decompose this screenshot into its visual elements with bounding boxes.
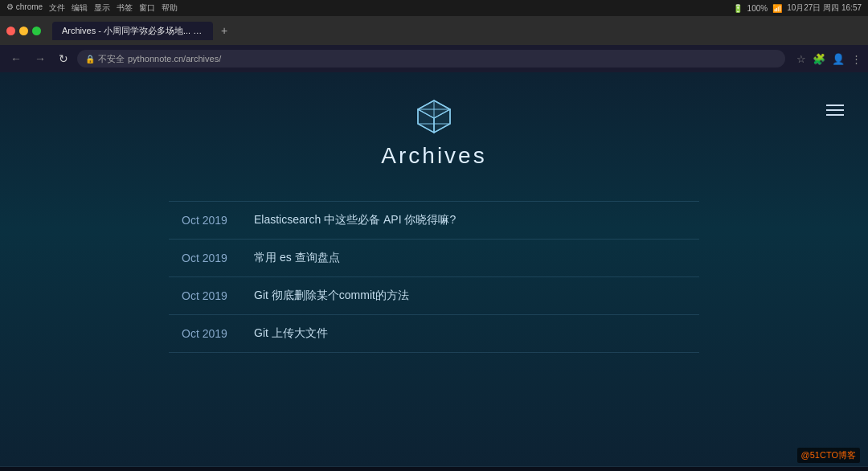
system-time: 10月27日 周四 16:57 [787,2,862,14]
reload-button[interactable]: ↻ [55,51,72,67]
archive-row[interactable]: Oct 2019 Git 彻底删除某个commit的方法 [169,277,699,315]
archive-date: Oct 2019 [182,214,254,227]
archive-row[interactable]: Oct 2019 常用 es 查询盘点 [169,240,699,277]
site-header: Archives [0,72,868,185]
site-footer: About This website is the exclusive blog… [0,466,868,471]
browser-bar: Archives - 小周同学弥必多场地... ✕ + [0,16,868,45]
sys-right: 🔋 100% 📶 10月27日 周四 16:57 [733,2,862,14]
window-controls [6,27,41,35]
archive-date: Oct 2019 [182,289,254,302]
page-wrapper: Archives Oct 2019 Elasticsearch 中这些必备 AP… [0,72,868,466]
protocol-label: 不安全 [98,53,125,65]
menu-help[interactable]: 帮助 [162,2,178,14]
ham-line-2 [826,109,844,111]
address-bar[interactable]: 🔒 不安全 pythonnote.cn/archives/ [77,50,785,68]
profile-icon[interactable]: 👤 [832,53,845,65]
tab-title: Archives - 小周同学弥必多场地... [62,26,190,35]
wifi-icon: 📶 [772,4,782,13]
browser-tabs: Archives - 小周同学弥必多场地... ✕ + [52,22,862,40]
archive-row[interactable]: Oct 2019 Git 上传大文件 [169,315,699,353]
archive-title: 常用 es 查询盘点 [254,251,340,265]
active-tab[interactable]: Archives - 小周同学弥必多场地... ✕ [52,22,213,40]
security-icon: 🔒 [85,55,95,63]
back-button[interactable]: ← [6,51,26,67]
browser-nav: ← → ↻ 🔒 不安全 pythonnote.cn/archives/ ☆ 🧩 … [0,45,868,72]
app-name: ⚙ chrome [6,2,43,14]
system-bar: ⚙ chrome 文件 编辑 显示 书签 窗口 帮助 🔋 100% 📶 10月2… [0,0,868,16]
tab-close-icon[interactable]: ✕ [198,26,205,35]
hamburger-menu[interactable] [826,104,844,116]
site-title: Archives [381,143,486,169]
menu-window[interactable]: 窗口 [139,2,155,14]
forward-button[interactable]: → [31,51,50,67]
badge-51cto: @51CTO博客 [797,448,860,463]
sys-left: ⚙ chrome 文件 编辑 显示 书签 窗口 帮助 [6,2,178,14]
url-text: pythonnote.cn/archives/ [128,54,221,63]
menu-view[interactable]: 显示 [94,2,110,14]
menu-bookmarks[interactable]: 书签 [117,2,133,14]
cube-icon [414,96,454,137]
maximize-button[interactable] [32,27,41,35]
bookmark-icon[interactable]: ☆ [796,53,806,65]
ham-line-3 [826,114,844,116]
archive-row[interactable]: Oct 2019 Elasticsearch 中这些必备 API 你晓得嘛? [169,201,699,240]
battery-level: 100% [747,4,768,13]
battery-icon: 🔋 [733,4,743,13]
archive-date: Oct 2019 [182,327,254,340]
archive-title: Elasticsearch 中这些必备 API 你晓得嘛? [254,213,456,227]
settings-icon[interactable]: ⋮ [851,53,862,65]
archive-title: Git 彻底删除某个commit的方法 [254,289,409,303]
nav-icons: ☆ 🧩 👤 ⋮ [796,53,862,65]
extensions-icon[interactable]: 🧩 [813,53,825,65]
menu-file[interactable]: 文件 [49,2,65,14]
archive-title: Git 上传大文件 [254,326,328,341]
archive-date: Oct 2019 [182,252,254,264]
new-tab-button[interactable]: + [216,23,232,39]
header-logo: Archives [381,96,486,169]
minimize-button[interactable] [19,27,28,35]
archives-container: Oct 2019 Elasticsearch 中这些必备 API 你晓得嘛? O… [153,201,715,353]
menu-edit[interactable]: 编辑 [72,2,88,14]
close-button[interactable] [6,27,15,35]
ham-line-1 [826,104,844,106]
